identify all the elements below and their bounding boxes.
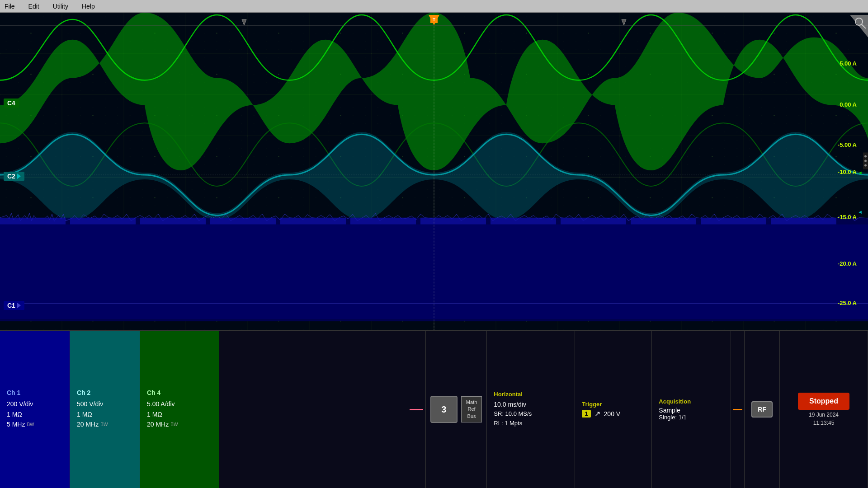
- ch2-label[interactable]: C2: [4, 172, 24, 181]
- svg-rect-33: [140, 218, 206, 225]
- ch2-bw: 20 MHz: [77, 419, 99, 429]
- horizontal-rl: RL: 1 Mpts: [494, 419, 568, 428]
- bottom-status-bar: Ch 1 200 V/div 1 MΩ 5 MHz BW Ch 2 500 V/…: [0, 330, 868, 488]
- ch2-vdiv: 500 V/div: [77, 399, 133, 409]
- ch4-bw: 20 MHz: [147, 419, 169, 429]
- v-scale-m20a: -20.0 A: [838, 260, 857, 267]
- stopped-button[interactable]: Stopped: [798, 393, 849, 410]
- vertical-dots-menu[interactable]: [863, 152, 868, 169]
- ch4-right-marker: ◄: [858, 170, 863, 175]
- menu-edit[interactable]: Edit: [28, 3, 39, 10]
- ch4-panel[interactable]: Ch 4 5.00 A/div 1 MΩ 20 MHz BW: [140, 331, 219, 488]
- horizontal-panel: Horizontal 10.0 ms/div SR: 10.0 MS/s RL:…: [487, 331, 575, 488]
- svg-rect-42: [771, 218, 836, 225]
- num-mathrefbus-area: 3 Math Ref Bus: [426, 331, 487, 488]
- trigger-voltage: 200 V: [604, 410, 621, 418]
- horizontal-sr: SR: 10.0 MS/s: [494, 409, 568, 419]
- acquisition-title: Acquisition: [659, 398, 724, 405]
- ch4-title: Ch 4: [147, 389, 212, 396]
- ch4-label[interactable]: C4: [4, 99, 19, 108]
- svg-rect-31: [0, 218, 66, 225]
- rf-button[interactable]: RF: [751, 401, 773, 418]
- ch2-title: Ch 2: [77, 389, 133, 396]
- acq-indicator: [731, 331, 745, 488]
- horizontal-timediv: 10.0 ms/div: [494, 399, 568, 409]
- waveform-canvas: T: [0, 13, 868, 342]
- ch4-impedance: 1 MΩ: [147, 409, 212, 419]
- trigger-panel: Trigger 1 ↗ 200 V: [575, 331, 652, 488]
- svg-rect-39: [561, 218, 626, 225]
- ch1-panel[interactable]: Ch 1 200 V/div 1 MΩ 5 MHz BW: [0, 331, 70, 488]
- rf-button-container: RF: [745, 331, 780, 488]
- trigger-title: Trigger: [582, 401, 645, 408]
- ch1-bw-label: BW: [27, 422, 34, 427]
- trigger-slope: ↗: [594, 409, 600, 418]
- svg-rect-34: [210, 218, 276, 225]
- bus-label: Bus: [467, 413, 476, 420]
- v-scale-m5a: -5.00 A: [838, 141, 857, 148]
- ch1-bw: 5 MHz: [7, 419, 25, 429]
- svg-rect-40: [631, 218, 696, 225]
- ch2-impedance: 1 MΩ: [77, 409, 133, 419]
- v-scale-m10a: -10.0 A: [838, 169, 857, 175]
- stopped-panel: Stopped 19 Jun 2024 11:13:45: [780, 331, 868, 488]
- acquisition-single: Single: 1/1: [659, 414, 724, 421]
- ref-label: Ref: [468, 406, 476, 413]
- math-ref-bus-button[interactable]: Math Ref Bus: [461, 396, 482, 422]
- trigger-number: 1: [582, 410, 590, 418]
- ch4-vdiv: 5.00 A/div: [147, 399, 212, 409]
- ch1-vdiv: 200 V/div: [7, 399, 63, 409]
- date-display: 19 Jun 2024: [809, 412, 839, 418]
- v-scale-5a: 5.00 A: [840, 60, 857, 67]
- menu-bar: File Edit Utility Help: [0, 0, 868, 13]
- time-display: 11:13:45: [813, 420, 835, 426]
- ch1-impedance: 1 MΩ: [7, 409, 63, 419]
- ch2-bw-label: BW: [100, 422, 108, 427]
- svg-rect-38: [491, 218, 556, 225]
- math-label: Math: [466, 399, 477, 406]
- svg-rect-36: [350, 218, 416, 225]
- signal-indicator: [408, 331, 426, 488]
- ch1-title: Ch 1: [7, 389, 63, 396]
- v-scale-0a: 0.00 A: [840, 101, 857, 108]
- menu-file[interactable]: File: [5, 3, 15, 10]
- ch2-panel[interactable]: Ch 2 500 V/div 1 MΩ 20 MHz BW: [70, 331, 140, 488]
- v-scale-m25a: -25.0 A: [838, 300, 857, 306]
- menu-utility[interactable]: Utility: [53, 3, 68, 10]
- svg-rect-37: [420, 218, 486, 225]
- ch1-label[interactable]: C1: [4, 301, 24, 310]
- acquisition-mode: Sample: [659, 407, 724, 414]
- scope-display: T C4 C2 C1 5.00 A 0.00 A -5.00 A -10.0 A…: [0, 13, 868, 343]
- acquisition-panel: Acquisition Sample Single: 1/1: [652, 331, 731, 488]
- v-scale-m15a: -15.0 A: [838, 214, 857, 221]
- svg-text:T: T: [433, 17, 435, 22]
- ch4-bw-label: BW: [170, 422, 178, 427]
- number-3-button[interactable]: 3: [430, 396, 458, 423]
- svg-rect-32: [70, 218, 136, 225]
- horizontal-title: Horizontal: [494, 391, 568, 398]
- svg-rect-35: [280, 218, 346, 225]
- svg-rect-41: [701, 218, 766, 225]
- ch2-right-marker: ◄: [858, 209, 863, 215]
- menu-help[interactable]: Help: [82, 3, 95, 10]
